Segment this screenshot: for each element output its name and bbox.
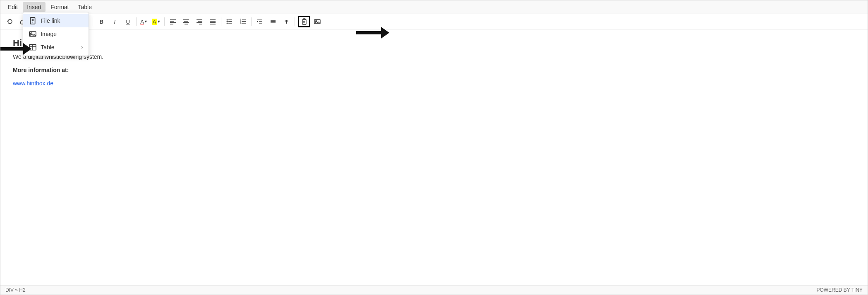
- bullet-list-icon: [226, 18, 233, 25]
- svg-point-25: [227, 19, 228, 21]
- ordered-list-icon: 1. 2. 3.: [240, 18, 246, 25]
- justify-button[interactable]: [206, 16, 219, 27]
- outdent-button[interactable]: [254, 16, 266, 27]
- table-icon: [29, 44, 36, 51]
- edit-menu[interactable]: Edit: [4, 2, 22, 12]
- svg-rect-26: [228, 19, 232, 20]
- bold-button[interactable]: B: [95, 16, 108, 27]
- image-menu-item[interactable]: Image: [23, 27, 89, 41]
- svg-rect-36: [242, 23, 246, 24]
- paste-button[interactable]: [298, 16, 310, 27]
- align-center-icon: [183, 18, 189, 25]
- insert-menu[interactable]: Insert: [23, 2, 46, 12]
- svg-rect-13: [183, 19, 189, 20]
- edit-menu-wrapper: Edit: [4, 2, 22, 12]
- format-menu[interactable]: Format: [46, 2, 73, 12]
- path-indicator: DIV » H2: [5, 287, 26, 293]
- table-submenu-arrow: ›: [81, 44, 83, 50]
- svg-rect-14: [184, 21, 188, 22]
- svg-rect-15: [183, 22, 189, 23]
- strikethrough-button[interactable]: [267, 16, 279, 27]
- svg-rect-16: [185, 24, 188, 25]
- outdent-icon: [257, 18, 263, 25]
- link-paragraph: www.hintbox.de: [13, 80, 855, 87]
- underline-icon: U: [126, 19, 130, 25]
- status-bar: DIV » H2 POWERED BY TINY: [0, 285, 868, 295]
- chevron-down-icon-color: ▼: [144, 19, 148, 24]
- insert-image-icon: [314, 18, 321, 25]
- file-link-label: File link: [41, 17, 60, 24]
- italic-icon: I: [114, 19, 115, 25]
- underline-button[interactable]: U: [122, 16, 134, 27]
- insert-image-button[interactable]: [311, 16, 324, 27]
- table-menu-wrapper: Table: [74, 2, 96, 12]
- svg-rect-28: [228, 21, 232, 22]
- svg-rect-24: [210, 24, 216, 25]
- separator-6: [295, 17, 295, 26]
- svg-text:3.: 3.: [240, 22, 242, 24]
- insert-dropdown: File link Image: [23, 12, 89, 56]
- separator-3: [164, 17, 165, 26]
- svg-rect-22: [210, 21, 216, 22]
- chevron-down-icon-highlight: ▼: [157, 19, 161, 24]
- clear-format-button[interactable]: T: [280, 16, 293, 27]
- svg-rect-32: [242, 19, 246, 20]
- separator-1: [93, 17, 93, 26]
- insert-menu-wrapper: Insert File link: [23, 2, 46, 12]
- align-left-icon: [170, 18, 176, 25]
- strikethrough-icon: [270, 18, 276, 25]
- align-right-button[interactable]: [193, 16, 206, 27]
- text-color-icon: A: [140, 19, 144, 25]
- highlight-icon: A: [152, 19, 157, 25]
- svg-point-27: [227, 21, 228, 22]
- italic-button[interactable]: I: [108, 16, 121, 27]
- text-color-button[interactable]: A ▼: [139, 16, 149, 27]
- highlight-button[interactable]: A ▼: [150, 16, 163, 27]
- table-menu[interactable]: Table: [74, 2, 96, 12]
- svg-rect-21: [210, 19, 216, 20]
- separator-5: [251, 17, 252, 26]
- svg-rect-34: [242, 21, 246, 22]
- align-right-icon: [196, 18, 203, 25]
- svg-rect-23: [210, 22, 216, 23]
- table-menu-item[interactable]: Table ›: [23, 41, 89, 54]
- ordered-list-button[interactable]: 1. 2. 3.: [237, 16, 249, 27]
- bullet-list-button[interactable]: [223, 16, 236, 27]
- image-label: Image: [41, 31, 57, 37]
- undo-button[interactable]: [4, 16, 16, 27]
- svg-point-29: [227, 23, 228, 24]
- table-label: Table: [41, 44, 54, 51]
- separator-4: [221, 17, 221, 26]
- separator-2: [136, 17, 137, 26]
- format-menu-wrapper: Format: [46, 2, 73, 12]
- hintbox-link[interactable]: www.hintbox.de: [13, 80, 53, 87]
- file-link-icon: [29, 17, 36, 24]
- align-left-button[interactable]: [167, 16, 179, 27]
- more-info-label: More information at:: [13, 67, 855, 73]
- svg-rect-10: [170, 21, 174, 22]
- svg-rect-30: [228, 23, 232, 24]
- svg-rect-43: [302, 19, 306, 24]
- powered-by: POWERED BY TINY: [816, 287, 863, 293]
- editor-wrapper: Edit Insert File link: [0, 0, 868, 295]
- align-center-button[interactable]: [180, 16, 192, 27]
- svg-rect-11: [170, 22, 176, 23]
- bold-icon: B: [100, 19, 103, 25]
- content-heading: Hi: [13, 38, 855, 48]
- clear-format-icon: T: [285, 19, 288, 25]
- svg-rect-19: [197, 22, 202, 23]
- svg-rect-18: [198, 21, 202, 22]
- svg-rect-12: [170, 24, 173, 25]
- file-link-menu-item[interactable]: File link: [23, 14, 89, 27]
- justify-icon: [209, 18, 216, 25]
- image-icon: [29, 30, 36, 38]
- toolbar: Link... ⌘K Heading 2 ▼ B I U A ▼ A: [0, 14, 868, 29]
- editor-content[interactable]: Hi We a digital whistleblowing system. M…: [0, 29, 868, 285]
- clipboard-icon: [301, 18, 307, 25]
- svg-rect-20: [199, 24, 202, 25]
- content-paragraph: We a digital whistleblowing system.: [13, 53, 855, 60]
- menu-bar: Edit Insert File link: [0, 0, 868, 14]
- svg-rect-17: [197, 19, 202, 20]
- svg-rect-9: [170, 19, 176, 20]
- undo-icon: [7, 18, 13, 25]
